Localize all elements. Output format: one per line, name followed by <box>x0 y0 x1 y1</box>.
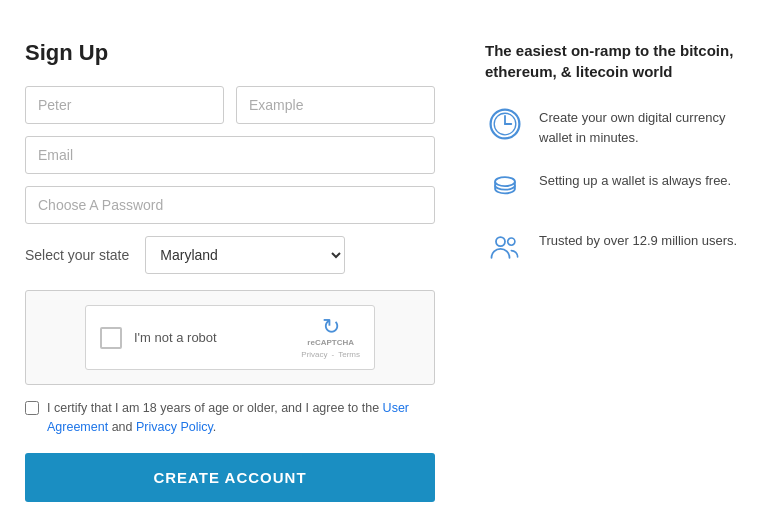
feature-wallet-text: Create your own digital currency wallet … <box>539 104 754 147</box>
coins-icon <box>485 167 525 207</box>
agreement-row: I certify that I am 18 years of age or o… <box>25 399 435 437</box>
password-row <box>25 186 435 224</box>
sidebar-panel: The easiest on-ramp to the bitcoin, ethe… <box>460 20 779 518</box>
feature-wallet: Create your own digital currency wallet … <box>485 104 754 147</box>
create-account-button[interactable]: CREATE ACCOUNT <box>25 453 435 502</box>
feature-free: Setting up a wallet is always free. <box>485 167 754 207</box>
feature-trusted: Trusted by over 12.9 million users. <box>485 227 754 267</box>
captcha-left: I'm not a robot <box>100 327 217 349</box>
captcha-label: I'm not a robot <box>134 330 217 345</box>
svg-point-6 <box>508 238 515 245</box>
captcha-container: I'm not a robot ↻ reCAPTCHA Privacy - Te… <box>25 290 435 385</box>
captcha-logo: ↻ reCAPTCHA Privacy - Terms <box>301 316 360 359</box>
page-title: Sign Up <box>25 40 435 66</box>
sidebar-tagline: The easiest on-ramp to the bitcoin, ethe… <box>485 40 754 82</box>
captcha-checkbox[interactable] <box>100 327 122 349</box>
clock-icon <box>485 104 525 144</box>
state-label: Select your state <box>25 247 129 263</box>
captcha-widget[interactable]: I'm not a robot ↻ reCAPTCHA Privacy - Te… <box>85 305 375 370</box>
captcha-links: Privacy - Terms <box>301 350 360 359</box>
captcha-terms-link[interactable]: Terms <box>338 350 360 359</box>
first-name-input[interactable] <box>25 86 224 124</box>
agreement-checkbox[interactable] <box>25 401 39 415</box>
users-icon <box>485 227 525 267</box>
password-input[interactable] <box>25 186 435 224</box>
last-name-input[interactable] <box>236 86 435 124</box>
captcha-privacy-link[interactable]: Privacy <box>301 350 327 359</box>
svg-point-4 <box>495 177 515 186</box>
captcha-brand: reCAPTCHA <box>307 338 354 347</box>
feature-trusted-text: Trusted by over 12.9 million users. <box>539 227 737 251</box>
recaptcha-icon: ↻ <box>322 316 340 338</box>
name-row <box>25 86 435 124</box>
svg-point-5 <box>496 237 505 246</box>
state-row: Select your state AlabamaAlaskaArizonaAr… <box>25 236 435 274</box>
feature-free-text: Setting up a wallet is always free. <box>539 167 731 191</box>
signup-form-panel: Sign Up Select your state AlabamaAlaskaA… <box>0 20 460 518</box>
state-select[interactable]: AlabamaAlaskaArizonaArkansasCaliforniaCo… <box>145 236 345 274</box>
email-row <box>25 136 435 174</box>
email-input[interactable] <box>25 136 435 174</box>
privacy-policy-link[interactable]: Privacy Policy <box>136 420 213 434</box>
agreement-text: I certify that I am 18 years of age or o… <box>47 399 435 437</box>
